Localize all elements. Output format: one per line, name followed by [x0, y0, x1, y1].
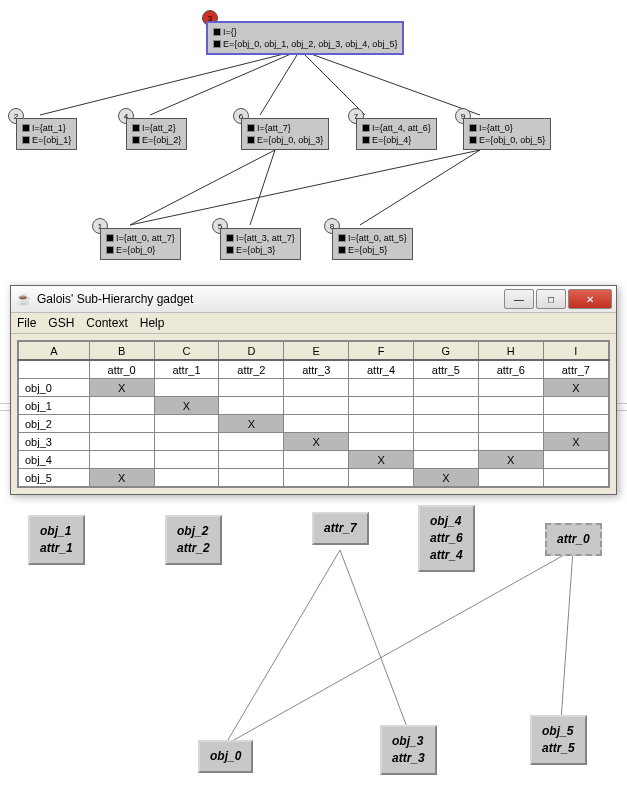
cell[interactable] [478, 469, 543, 488]
cell[interactable] [219, 451, 284, 469]
concept-attr7[interactable]: attr_7 [312, 512, 369, 545]
concept-obj4[interactable]: obj_4attr_6attr_4 [418, 505, 475, 572]
row-header[interactable]: obj_5 [18, 469, 89, 488]
titlebar[interactable]: ☕ Galois' Sub-Hierarchy gadget — □ ✕ [11, 286, 616, 313]
cell[interactable] [413, 379, 478, 397]
concept-obj0[interactable]: obj_0 [198, 740, 253, 773]
cell[interactable] [543, 451, 609, 469]
cell[interactable] [349, 379, 414, 397]
col-attr[interactable]: attr_3 [284, 360, 349, 379]
cell[interactable]: X [154, 397, 219, 415]
col-attr[interactable]: attr_0 [89, 360, 154, 379]
concept-attr0[interactable]: attr_0 [545, 523, 602, 556]
cell[interactable]: X [413, 469, 478, 488]
cell[interactable] [284, 415, 349, 433]
node-6[interactable]: I={att_7} E={obj_0, obj_3} [241, 118, 329, 150]
cell[interactable]: X [349, 451, 414, 469]
context-table[interactable]: ABCDEFGHI attr_0attr_1attr_2attr_3attr_4… [17, 340, 610, 488]
col-attr[interactable]: attr_6 [478, 360, 543, 379]
col-letter[interactable]: B [89, 341, 154, 360]
concept-obj3[interactable]: obj_3attr_3 [380, 725, 437, 775]
col-letter[interactable]: H [478, 341, 543, 360]
node-root[interactable]: I={} E={obj_0, obj_1, obj_2, obj_3, obj_… [207, 22, 403, 54]
cell[interactable] [413, 433, 478, 451]
node-4[interactable]: I={att_2} E={obj_2} [126, 118, 187, 150]
cell[interactable] [89, 451, 154, 469]
concept-obj2[interactable]: obj_2attr_2 [165, 515, 222, 565]
node-1[interactable]: I={att_0, att_7} E={obj_0} [100, 228, 181, 260]
cell[interactable]: X [89, 379, 154, 397]
col-letter[interactable]: F [349, 341, 414, 360]
cell[interactable] [413, 451, 478, 469]
cell[interactable]: X [543, 433, 609, 451]
col-letter[interactable]: A [18, 341, 89, 360]
col-attr[interactable]: attr_1 [154, 360, 219, 379]
node-7[interactable]: I={att_4, att_6} E={obj_4} [356, 118, 437, 150]
menu-help[interactable]: Help [140, 316, 165, 330]
row-header[interactable]: obj_4 [18, 451, 89, 469]
cell[interactable] [349, 397, 414, 415]
cell[interactable] [478, 433, 543, 451]
cell[interactable] [478, 415, 543, 433]
cell[interactable]: X [219, 415, 284, 433]
concept-obj5[interactable]: obj_5attr_5 [530, 715, 587, 765]
cell[interactable] [154, 469, 219, 488]
cell[interactable] [478, 397, 543, 415]
minimize-button[interactable]: — [504, 289, 534, 309]
col-letter[interactable]: C [154, 341, 219, 360]
cell[interactable] [349, 415, 414, 433]
node-5[interactable]: I={att_3, att_7} E={obj_3} [220, 228, 301, 260]
row-header[interactable]: obj_3 [18, 433, 89, 451]
cell[interactable] [284, 379, 349, 397]
cell[interactable]: X [478, 451, 543, 469]
cell[interactable] [89, 397, 154, 415]
svg-line-4 [300, 50, 480, 115]
col-attr[interactable]: attr_7 [543, 360, 609, 379]
cell[interactable] [543, 469, 609, 488]
cell[interactable] [349, 469, 414, 488]
row-header[interactable]: obj_1 [18, 397, 89, 415]
cell[interactable] [284, 451, 349, 469]
col-letter[interactable]: I [543, 341, 609, 360]
col-letter[interactable]: G [413, 341, 478, 360]
cell[interactable]: X [284, 433, 349, 451]
col-attr[interactable]: attr_5 [413, 360, 478, 379]
cell[interactable] [154, 451, 219, 469]
menu-context[interactable]: Context [86, 316, 127, 330]
node-2[interactable]: I={att_1} E={obj_1} [16, 118, 77, 150]
cell[interactable] [543, 397, 609, 415]
col-attr[interactable] [18, 360, 89, 379]
concept-obj1[interactable]: obj_1attr_1 [28, 515, 85, 565]
col-letter[interactable]: D [219, 341, 284, 360]
cell[interactable] [89, 433, 154, 451]
cell[interactable] [219, 397, 284, 415]
cell[interactable] [154, 433, 219, 451]
cell[interactable] [89, 415, 154, 433]
row-header[interactable]: obj_0 [18, 379, 89, 397]
close-button[interactable]: ✕ [568, 289, 612, 309]
cell[interactable] [154, 415, 219, 433]
col-attr[interactable]: attr_4 [349, 360, 414, 379]
maximize-button[interactable]: □ [536, 289, 566, 309]
gsh-window: ☕ Galois' Sub-Hierarchy gadget — □ ✕ Fil… [10, 285, 617, 495]
node-9[interactable]: I={att_0} E={obj_0, obj_5} [463, 118, 551, 150]
cell[interactable] [413, 415, 478, 433]
cell[interactable] [219, 379, 284, 397]
cell[interactable] [219, 433, 284, 451]
cell[interactable] [284, 397, 349, 415]
row-header[interactable]: obj_2 [18, 415, 89, 433]
menu-file[interactable]: File [17, 316, 36, 330]
cell[interactable] [543, 415, 609, 433]
cell[interactable] [413, 397, 478, 415]
cell[interactable]: X [543, 379, 609, 397]
col-attr[interactable]: attr_2 [219, 360, 284, 379]
menu-gsh[interactable]: GSH [48, 316, 74, 330]
cell[interactable] [478, 379, 543, 397]
cell[interactable]: X [89, 469, 154, 488]
node-8[interactable]: I={att_0, att_5} E={obj_5} [332, 228, 413, 260]
cell[interactable] [154, 379, 219, 397]
cell[interactable] [219, 469, 284, 488]
col-letter[interactable]: E [284, 341, 349, 360]
cell[interactable] [284, 469, 349, 488]
cell[interactable] [349, 433, 414, 451]
